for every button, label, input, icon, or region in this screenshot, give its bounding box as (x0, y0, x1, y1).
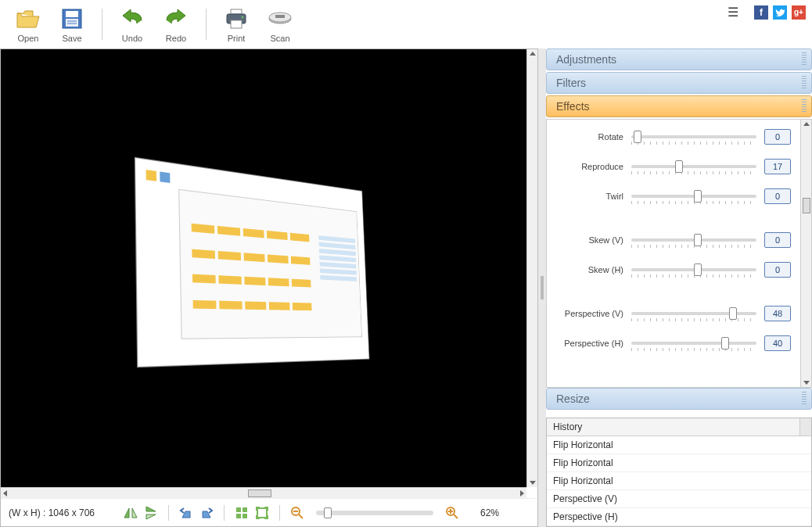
svg-rect-5 (231, 9, 242, 14)
reproduce-label: Reproduce (553, 162, 631, 171)
zoom-in-icon[interactable] (444, 505, 460, 521)
canvas-background[interactable] (1, 49, 526, 487)
history-item[interactable]: Flip Horizontal (547, 454, 811, 472)
horizontal-scrollbar[interactable] (1, 487, 526, 498)
right-panel: Adjustments Filters Effects Rotate 0 Rep… (546, 48, 812, 527)
twirl-value[interactable]: 0 (764, 188, 791, 204)
undo-button[interactable]: Undo (110, 4, 154, 45)
svg-rect-12 (236, 507, 241, 512)
accordion-resize[interactable]: Resize (546, 388, 812, 410)
rotate-label: Rotate (553, 132, 631, 142)
effects-scrollbar[interactable] (800, 120, 811, 387)
skew-v-slider[interactable] (631, 238, 756, 242)
reproduce-slider[interactable] (631, 165, 756, 168)
rotate-right-icon[interactable] (199, 505, 214, 521)
open-button[interactable]: Open (6, 4, 50, 45)
undo-icon (117, 5, 148, 32)
zoom-out-icon[interactable] (289, 505, 305, 521)
svg-rect-7 (231, 20, 242, 28)
scanner-icon (264, 5, 296, 32)
svg-line-18 (299, 514, 303, 518)
accordion-adjustments[interactable]: Adjustments (546, 48, 812, 70)
perspective-h-label: Perspective (H) (553, 339, 631, 348)
skew-h-slider-row: Skew (H) 0 (553, 262, 805, 278)
list-icon[interactable]: ☰ (728, 5, 738, 20)
folder-open-icon (13, 5, 44, 32)
main-area: (W x H) : 1046 x 706 62% Adjustments Fil… (0, 48, 812, 527)
skew-h-slider[interactable] (631, 268, 756, 271)
printer-icon (221, 5, 252, 32)
google-plus-icon[interactable]: g+ (792, 5, 806, 20)
skew-h-label: Skew (H) (553, 265, 631, 274)
zoom-value: 62% (480, 507, 499, 518)
redo-icon (160, 5, 192, 32)
effects-panel: Rotate 0 Reproduce 17 Twirl 0 Skew (V) 0 (546, 119, 812, 388)
scan-label: Scan (270, 34, 289, 43)
save-button[interactable]: Save (50, 4, 94, 45)
skew-v-slider-row: Skew (V) 0 (553, 232, 805, 248)
vertical-scrollbar[interactable] (526, 49, 537, 487)
separator (224, 505, 225, 521)
separator (279, 505, 280, 521)
reproduce-value[interactable]: 17 (764, 159, 791, 174)
separator (168, 505, 169, 521)
accordion-effects[interactable]: Effects (546, 95, 812, 117)
redo-button[interactable]: Redo (154, 4, 198, 45)
twitter-icon[interactable] (773, 5, 787, 20)
toolbar-separator (206, 9, 207, 40)
redo-label: Redo (166, 34, 186, 43)
twirl-slider-row: Twirl 0 (553, 188, 805, 204)
accordion-filters[interactable]: Filters (546, 72, 812, 94)
fullscreen-icon[interactable] (254, 505, 270, 521)
print-label: Print (228, 34, 246, 43)
svg-rect-16 (257, 508, 267, 518)
reproduce-slider-row: Reproduce 17 (553, 159, 805, 174)
perspective-v-value[interactable]: 48 (764, 306, 791, 321)
svg-rect-14 (236, 514, 241, 518)
history-item[interactable]: Perspective (V) (547, 490, 811, 508)
floppy-disk-icon (56, 5, 88, 32)
rotate-slider-row: Rotate 0 (553, 129, 805, 145)
skew-h-value[interactable]: 0 (764, 262, 791, 278)
svg-point-8 (242, 16, 244, 19)
dimensions-label: (W x H) : 1046 x 706 (9, 507, 118, 518)
flip-vertical-icon[interactable] (143, 505, 159, 521)
skew-v-value[interactable]: 0 (764, 232, 791, 248)
history-panel: History Flip Horizontal Flip Horizontal … (546, 418, 812, 527)
perspective-v-label: Perspective (V) (553, 309, 631, 318)
open-label: Open (18, 34, 39, 43)
bottom-bar: (W x H) : 1046 x 706 62% (1, 498, 537, 526)
panel-splitter[interactable] (538, 48, 546, 527)
history-item[interactable]: Flip Horizontal (547, 436, 811, 454)
svg-rect-1 (66, 11, 78, 17)
toolbar-right: ☰ f g+ (728, 5, 806, 20)
twirl-slider[interactable] (631, 195, 756, 198)
svg-rect-15 (243, 514, 247, 518)
flip-horizontal-icon[interactable] (123, 505, 138, 521)
edited-image (135, 157, 370, 367)
svg-rect-2 (66, 19, 78, 27)
history-item[interactable]: Perspective (H) (547, 508, 811, 526)
svg-rect-11 (275, 15, 285, 18)
history-item[interactable]: Flip Horizontal (547, 472, 811, 490)
svg-line-21 (454, 514, 458, 518)
svg-rect-13 (243, 507, 247, 512)
rotate-left-icon[interactable] (178, 505, 194, 521)
perspective-v-slider[interactable] (631, 312, 756, 315)
scan-button[interactable]: Scan (258, 4, 302, 45)
canvas-area: (W x H) : 1046 x 706 62% (0, 48, 538, 527)
rotate-slider[interactable] (631, 135, 756, 138)
perspective-h-value[interactable]: 40 (764, 335, 791, 351)
undo-label: Undo (122, 34, 142, 43)
rotate-value[interactable]: 0 (764, 129, 791, 145)
history-header: History (547, 418, 811, 436)
toolbar-separator (102, 9, 102, 40)
perspective-h-slider[interactable] (631, 342, 756, 345)
skew-v-label: Skew (V) (553, 235, 631, 245)
zoom-slider[interactable] (316, 511, 433, 515)
facebook-icon[interactable]: f (754, 5, 768, 20)
save-label: Save (62, 34, 81, 43)
perspective-v-slider-row: Perspective (V) 48 (553, 306, 805, 321)
print-button[interactable]: Print (214, 4, 258, 45)
fit-screen-icon[interactable] (234, 505, 250, 521)
